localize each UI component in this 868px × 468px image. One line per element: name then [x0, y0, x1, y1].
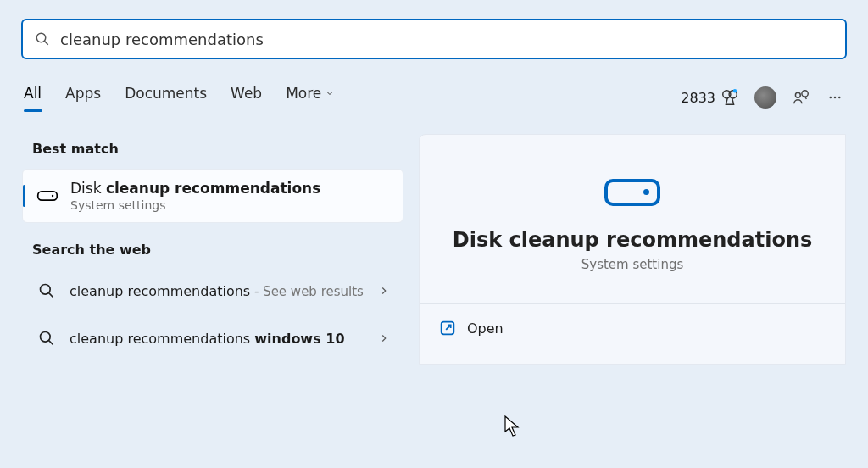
tab-apps[interactable]: Apps	[65, 85, 101, 110]
mouse-cursor	[504, 415, 521, 437]
web-result-1[interactable]: cleanup recommendations - See web result…	[22, 270, 403, 312]
tab-web[interactable]: Web	[231, 85, 262, 110]
web-result-1-text: cleanup recommendations - See web result…	[70, 283, 364, 299]
chevron-right-icon	[378, 285, 390, 297]
svg-point-7	[829, 97, 832, 99]
best-match-subtitle: System settings	[70, 198, 320, 212]
svg-point-14	[41, 332, 51, 343]
chat-icon[interactable]	[792, 88, 810, 107]
svg-point-6	[802, 91, 808, 97]
search-icon	[35, 31, 50, 47]
web-result-2[interactable]: cleanup recommendations windows 10	[22, 317, 403, 359]
tab-row: All Apps Documents Web More 2833	[24, 85, 844, 110]
svg-line-15	[49, 341, 53, 345]
search-box[interactable]: cleanup recommendations	[21, 19, 847, 59]
web-result-1-plain: cleanup recommendations	[70, 283, 250, 299]
svg-point-5	[795, 92, 800, 98]
user-avatar[interactable]	[754, 86, 776, 109]
svg-rect-10	[38, 192, 58, 200]
preview-panel: Disk cleanup recommendations System sett…	[419, 134, 846, 365]
results-left: Best match Disk cleanup recommendations …	[22, 134, 403, 365]
tab-more[interactable]: More	[286, 85, 335, 110]
trophy-icon	[721, 88, 739, 107]
more-options-icon[interactable]	[826, 88, 844, 107]
tab-documents[interactable]: Documents	[125, 85, 207, 110]
web-result-2-text: cleanup recommendations windows 10	[70, 331, 345, 347]
svg-point-4	[733, 89, 737, 92]
drive-icon	[36, 185, 58, 207]
tab-more-label: More	[286, 85, 321, 102]
search-value: cleanup recommendations	[60, 31, 264, 48]
open-external-icon	[438, 319, 457, 337]
best-match-title-bold: cleanup recommendations	[106, 180, 320, 197]
svg-line-1	[44, 41, 47, 44]
text-cursor	[264, 30, 264, 48]
web-result-1-suffix: - See web results	[250, 284, 364, 299]
web-result-2-bold: windows 10	[254, 331, 344, 347]
section-search-web: Search the web	[32, 242, 403, 258]
rewards-button[interactable]: 2833	[681, 88, 739, 107]
best-match-text: Disk cleanup recommendations System sett…	[70, 180, 320, 212]
best-match-result[interactable]: Disk cleanup recommendations System sett…	[22, 169, 403, 223]
svg-point-8	[834, 97, 837, 99]
open-action[interactable]: Open	[420, 304, 845, 353]
best-match-title-prefix: Disk	[70, 180, 106, 197]
svg-point-9	[838, 97, 841, 99]
preview-subtitle: System settings	[581, 257, 684, 272]
drive-icon	[604, 179, 660, 206]
status-area: 2833	[681, 86, 844, 109]
chevron-down-icon	[325, 88, 335, 98]
filter-tabs: All Apps Documents Web More	[24, 85, 335, 110]
open-label: Open	[467, 320, 504, 337]
chevron-right-icon	[378, 332, 390, 344]
section-best-match: Best match	[32, 141, 403, 157]
web-result-2-plain: cleanup recommendations	[70, 331, 254, 347]
svg-point-12	[41, 285, 51, 295]
results-body: Best match Disk cleanup recommendations …	[22, 134, 846, 365]
tab-all[interactable]: All	[24, 85, 42, 110]
search-icon	[36, 280, 58, 302]
search-icon	[36, 327, 58, 349]
svg-point-11	[52, 195, 53, 197]
reward-points: 2833	[681, 90, 715, 106]
svg-line-13	[49, 293, 53, 298]
svg-point-0	[36, 33, 46, 42]
preview-title: Disk cleanup recommendations	[453, 228, 813, 252]
